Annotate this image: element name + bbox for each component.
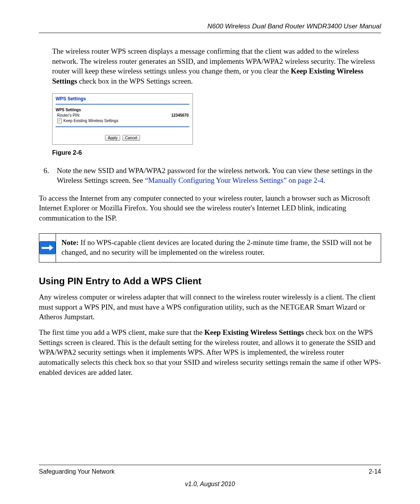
arrow-icon [39, 241, 56, 254]
note-box: Note: If no WPS-capable client devices a… [39, 233, 381, 262]
panel-divider [56, 104, 189, 105]
keep-settings-label: Keep Existing Wireless Settings [63, 119, 118, 123]
keep-settings-checkbox[interactable]: ✓ [57, 119, 62, 123]
note-text: Note: If no WPS-capable client devices a… [56, 234, 381, 262]
apply-button[interactable]: Apply [105, 135, 120, 141]
page-header: N600 Wireless Dual Band Router WNDR3400 … [39, 23, 381, 33]
step-6: 6. Note the new SSID and WPA/WPA2 passwo… [39, 166, 381, 186]
page-footer: Safeguarding Your Network 2-14 v1.0, Aug… [39, 465, 381, 488]
step6-post: . [324, 176, 326, 184]
panel-title: WPS Settings [52, 94, 192, 102]
section-heading: Using PIN Entry to Add a WPS Client [39, 276, 381, 287]
figure-caption: Figure 2-6 [52, 149, 381, 156]
note-label: Note: [61, 238, 79, 247]
access-paragraph: To access the Internet from any computer… [39, 193, 381, 223]
footer-right: 2-14 [369, 468, 381, 475]
router-pin-label: Router's PIN: [57, 113, 80, 117]
step-number: 6. [39, 166, 57, 186]
intro-post: check box in the WPS Settings screen. [77, 77, 192, 85]
intro-paragraph: The wireless router WPS screen displays … [52, 46, 381, 86]
router-pin-value: 12345670 [172, 113, 189, 117]
router-pin-row: Router's PIN: 12345670 [52, 113, 192, 118]
keep-settings-row: ✓ Keep Existing Wireless Settings [52, 118, 192, 125]
panel-subheading: WPS Settings [52, 108, 192, 113]
note-icon-cell [39, 234, 56, 262]
manual-config-link[interactable]: “Manually Configuring Your Wireless Sett… [145, 176, 324, 184]
wps-settings-panel: WPS Settings WPS Settings Router's PIN: … [52, 93, 193, 145]
footer-version: v1.0, August 2010 [39, 481, 381, 488]
para2-bold: Keep Existing Wireless Settings [204, 328, 304, 336]
para2-pre: The first time you add a WPS client, mak… [39, 328, 204, 336]
footer-left: Safeguarding Your Network [39, 468, 115, 475]
note-body: If no WPS-capable client devices are loc… [61, 238, 371, 257]
panel-divider-2 [56, 126, 189, 127]
pin-paragraph-1: Any wireless computer or wireless adapte… [39, 292, 381, 322]
cancel-button[interactable]: Cancel [122, 135, 140, 141]
pin-paragraph-2: The first time you add a WPS client, mak… [39, 327, 381, 377]
